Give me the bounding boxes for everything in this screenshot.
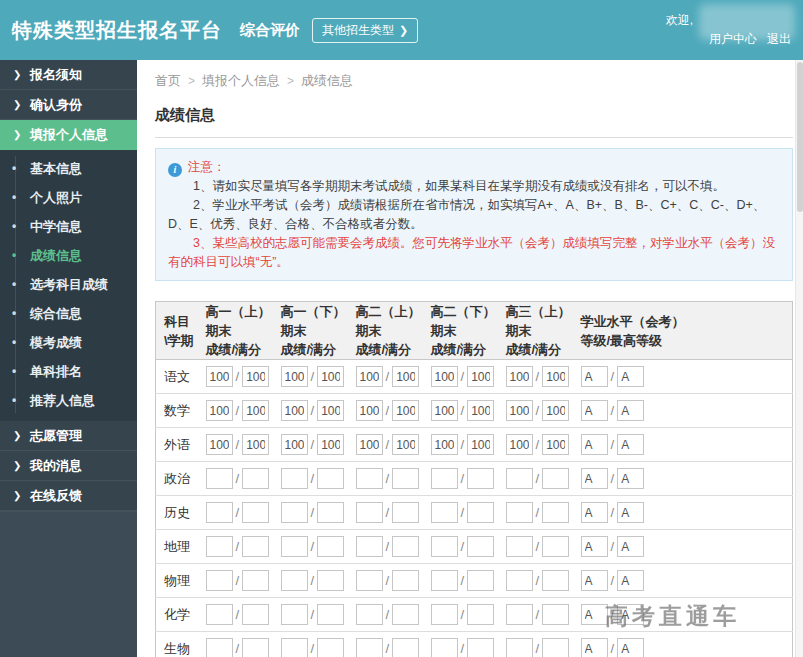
score-input[interactable] <box>206 502 233 523</box>
score-input[interactable] <box>506 468 533 489</box>
level-grade-input[interactable] <box>581 604 608 625</box>
level-grade-input[interactable] <box>581 400 608 421</box>
sidebar-item-2[interactable]: ❯填报个人信息 <box>0 120 137 150</box>
sidebar-item-3[interactable]: •基本信息 <box>0 154 137 183</box>
score-input[interactable] <box>206 366 233 387</box>
full-score-input[interactable] <box>242 502 269 523</box>
full-score-input[interactable] <box>542 468 569 489</box>
user-center-link[interactable]: 用户中心 <box>709 31 757 48</box>
score-input[interactable] <box>506 400 533 421</box>
sidebar-item-5[interactable]: •中学信息 <box>0 212 137 241</box>
full-score-input[interactable] <box>242 638 269 657</box>
score-input[interactable] <box>506 366 533 387</box>
full-score-input[interactable] <box>317 434 344 455</box>
score-input[interactable] <box>356 366 383 387</box>
full-score-input[interactable] <box>542 638 569 657</box>
score-input[interactable] <box>356 434 383 455</box>
full-score-input[interactable] <box>242 400 269 421</box>
sidebar-item-14[interactable]: ❯在线反馈 <box>0 481 137 511</box>
score-input[interactable] <box>206 570 233 591</box>
full-score-input[interactable] <box>542 536 569 557</box>
full-score-input[interactable] <box>392 434 419 455</box>
score-input[interactable] <box>506 536 533 557</box>
score-input[interactable] <box>206 604 233 625</box>
level-grade-input[interactable] <box>581 536 608 557</box>
full-score-input[interactable] <box>317 638 344 657</box>
score-input[interactable] <box>506 434 533 455</box>
full-score-input[interactable] <box>467 400 494 421</box>
full-score-input[interactable] <box>467 638 494 657</box>
full-score-input[interactable] <box>467 468 494 489</box>
score-input[interactable] <box>431 434 458 455</box>
score-input[interactable] <box>281 366 308 387</box>
level-grade-input[interactable] <box>581 638 608 657</box>
sidebar-item-7[interactable]: •选考科目成绩 <box>0 270 137 299</box>
level-max-input[interactable] <box>617 638 644 657</box>
level-grade-input[interactable] <box>581 502 608 523</box>
score-input[interactable] <box>206 434 233 455</box>
full-score-input[interactable] <box>242 366 269 387</box>
score-input[interactable] <box>281 604 308 625</box>
full-score-input[interactable] <box>392 366 419 387</box>
full-score-input[interactable] <box>242 604 269 625</box>
vertical-scrollbar[interactable] <box>795 60 803 657</box>
full-score-input[interactable] <box>242 570 269 591</box>
full-score-input[interactable] <box>392 536 419 557</box>
breadcrumb-item-0[interactable]: 首页 <box>155 73 181 88</box>
full-score-input[interactable] <box>392 638 419 657</box>
score-input[interactable] <box>206 638 233 657</box>
level-max-input[interactable] <box>617 536 644 557</box>
full-score-input[interactable] <box>317 400 344 421</box>
score-input[interactable] <box>206 536 233 557</box>
score-input[interactable] <box>356 502 383 523</box>
score-input[interactable] <box>356 468 383 489</box>
sidebar-item-1[interactable]: ❯确认身份 <box>0 90 137 120</box>
full-score-input[interactable] <box>392 570 419 591</box>
sidebar-item-6[interactable]: •成绩信息 <box>0 241 137 270</box>
level-max-input[interactable] <box>617 604 644 625</box>
logout-link[interactable]: 退出 <box>767 31 791 48</box>
score-input[interactable] <box>431 502 458 523</box>
breadcrumb-item-1[interactable]: 填报个人信息 <box>202 73 280 88</box>
sidebar-item-10[interactable]: •单科排名 <box>0 357 137 386</box>
score-input[interactable] <box>356 604 383 625</box>
level-max-input[interactable] <box>617 400 644 421</box>
full-score-input[interactable] <box>542 366 569 387</box>
full-score-input[interactable] <box>242 536 269 557</box>
score-input[interactable] <box>206 468 233 489</box>
level-grade-input[interactable] <box>581 570 608 591</box>
level-grade-input[interactable] <box>581 434 608 455</box>
full-score-input[interactable] <box>317 468 344 489</box>
score-input[interactable] <box>281 570 308 591</box>
score-input[interactable] <box>431 604 458 625</box>
score-input[interactable] <box>281 638 308 657</box>
full-score-input[interactable] <box>467 570 494 591</box>
level-max-input[interactable] <box>617 468 644 489</box>
score-input[interactable] <box>431 400 458 421</box>
full-score-input[interactable] <box>392 502 419 523</box>
score-input[interactable] <box>281 434 308 455</box>
sidebar-item-4[interactable]: •个人照片 <box>0 183 137 212</box>
score-input[interactable] <box>431 468 458 489</box>
other-enrollment-type-button[interactable]: 其他招生类型 ❯ <box>312 18 418 43</box>
sidebar-item-12[interactable]: ❯志愿管理 <box>0 421 137 451</box>
sidebar-item-8[interactable]: •综合信息 <box>0 299 137 328</box>
full-score-input[interactable] <box>317 366 344 387</box>
full-score-input[interactable] <box>392 400 419 421</box>
score-input[interactable] <box>506 638 533 657</box>
score-input[interactable] <box>281 468 308 489</box>
score-input[interactable] <box>356 536 383 557</box>
score-input[interactable] <box>506 604 533 625</box>
level-max-input[interactable] <box>617 434 644 455</box>
score-input[interactable] <box>356 638 383 657</box>
full-score-input[interactable] <box>542 570 569 591</box>
level-grade-input[interactable] <box>581 468 608 489</box>
level-max-input[interactable] <box>617 502 644 523</box>
full-score-input[interactable] <box>317 536 344 557</box>
scrollbar-thumb[interactable] <box>797 62 803 212</box>
full-score-input[interactable] <box>467 604 494 625</box>
level-grade-input[interactable] <box>581 366 608 387</box>
full-score-input[interactable] <box>467 536 494 557</box>
full-score-input[interactable] <box>317 570 344 591</box>
score-input[interactable] <box>431 570 458 591</box>
